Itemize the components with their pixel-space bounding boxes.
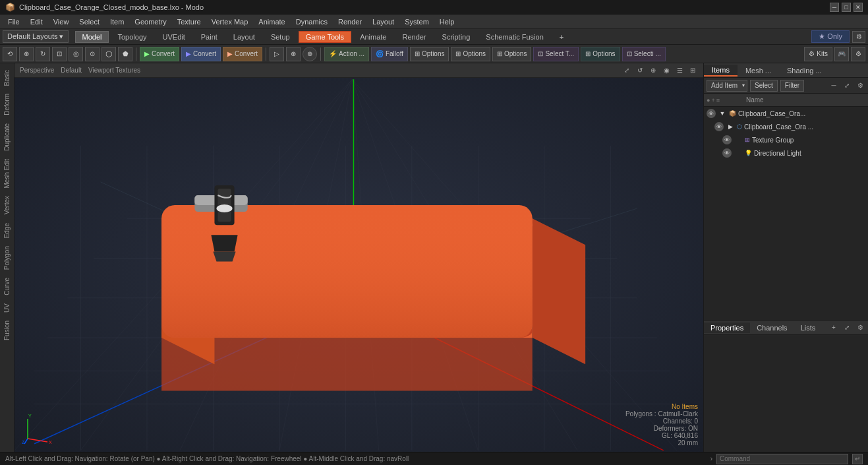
menu-vertexmap[interactable]: Vertex Map: [206, 16, 254, 27]
expand-icon-root[interactable]: ▼: [717, 108, 728, 119]
tab-items[interactable]: Items: [704, 65, 738, 77]
options-button4[interactable]: ⊞ Options: [581, 47, 620, 61]
tool-basic5[interactable]: ◎: [69, 47, 83, 61]
eye-icon-light[interactable]: 👁: [722, 148, 732, 158]
settings-icon[interactable]: ⚙: [852, 31, 865, 43]
tab-setup[interactable]: Setup: [264, 31, 297, 43]
tab-scripting[interactable]: Scripting: [435, 31, 478, 43]
tab-animate[interactable]: Animate: [353, 31, 393, 43]
kits-button[interactable]: ⚙ Kits: [804, 47, 832, 61]
tab-schematic[interactable]: Schematic Fusion: [478, 31, 550, 43]
selecti-button[interactable]: ⊡ Selecti ...: [622, 47, 666, 61]
sidebar-item-basic[interactable]: Basic: [2, 66, 12, 90]
tool-basic1[interactable]: ⟲: [3, 47, 17, 61]
tree-item-light[interactable]: 👁 ▶ 💡 Directional Light: [720, 146, 868, 160]
tool-basic3[interactable]: ↻: [36, 47, 50, 61]
sidebar-item-deform[interactable]: Deform: [2, 90, 12, 119]
items-tree[interactable]: 👁 ▼ 📦 Clipboard_Case_Ora... 👁 ▶ ⬡ Clipbo…: [704, 107, 868, 320]
tool-plus2[interactable]: ⊕: [303, 47, 317, 61]
expand-icon-light[interactable]: ▶: [733, 148, 743, 158]
tab-gametools[interactable]: Game Tools: [299, 31, 352, 43]
sidebar-item-fusion[interactable]: Fusion: [2, 317, 12, 344]
menu-animate[interactable]: Animate: [253, 16, 290, 27]
prop-plus-icon[interactable]: +: [828, 323, 839, 333]
sidebar-item-duplicate[interactable]: Duplicate: [2, 119, 12, 155]
eye-icon-root[interactable]: 👁: [707, 109, 716, 118]
tab-add[interactable]: +: [552, 31, 571, 43]
expand-icon-mesh[interactable]: ▶: [725, 121, 736, 132]
prop-settings-icon[interactable]: ⚙: [855, 323, 865, 333]
items-settings-icon[interactable]: ⚙: [855, 80, 865, 91]
eye-icon-mesh[interactable]: 👁: [714, 122, 724, 131]
tab-uvedit[interactable]: UVEdit: [156, 31, 192, 43]
close-button[interactable]: ✕: [854, 3, 863, 12]
viewport-icon3[interactable]: ⊕: [648, 65, 658, 76]
menu-view[interactable]: View: [48, 16, 74, 27]
filter-button[interactable]: Filter: [780, 80, 804, 92]
command-input[interactable]: [716, 454, 848, 464]
menu-file[interactable]: File: [3, 16, 25, 27]
menu-edit[interactable]: Edit: [25, 16, 48, 27]
action-button[interactable]: ⚡ Action ...: [324, 47, 369, 61]
tool-basic4[interactable]: ⊡: [52, 47, 67, 61]
tab-layout[interactable]: Layout: [226, 31, 262, 43]
tool-basic7[interactable]: ⬡: [101, 47, 116, 61]
tool-basic2[interactable]: ⊕: [19, 47, 34, 61]
tool-basic6[interactable]: ⊙: [85, 47, 100, 61]
viewport-icon1[interactable]: ⤢: [622, 65, 632, 76]
select-button[interactable]: Select: [750, 80, 778, 92]
viewport-icon6[interactable]: ⊞: [687, 65, 698, 76]
falloff-button[interactable]: 🌀 Falloff: [371, 47, 408, 61]
menu-item[interactable]: Item: [105, 16, 129, 27]
menu-layout[interactable]: Layout: [367, 16, 399, 27]
sidebar-item-uv[interactable]: UV: [2, 299, 12, 317]
menu-geometry[interactable]: Geometry: [129, 16, 171, 27]
tab-render[interactable]: Render: [395, 31, 433, 43]
minimize-button[interactable]: ─: [830, 3, 839, 12]
sidebar-item-vertex[interactable]: Vertex: [2, 192, 12, 218]
layout-dropdown[interactable]: Default Layouts ▾: [3, 30, 69, 43]
sidebar-item-polygon[interactable]: Polygon: [2, 242, 12, 274]
convert-orange-button[interactable]: ▶ Convert: [223, 47, 262, 61]
select-t-button[interactable]: ⊡ Select T...: [533, 47, 579, 61]
only-button[interactable]: ★ Only: [811, 30, 850, 43]
gamepad-icon[interactable]: 🎮: [834, 47, 849, 61]
tab-mesh[interactable]: Mesh ...: [738, 65, 779, 76]
tab-model[interactable]: Model: [75, 31, 109, 43]
sidebar-item-edge[interactable]: Edge: [2, 219, 12, 242]
viewport-icon2[interactable]: ↺: [635, 65, 645, 76]
tool-play[interactable]: ▷: [270, 47, 284, 61]
items-minus-icon[interactable]: ─: [828, 80, 839, 91]
viewport-icon5[interactable]: ☰: [674, 65, 685, 76]
tab-lists[interactable]: Lists: [794, 323, 823, 333]
options-button2[interactable]: ⊞ Options: [451, 47, 490, 61]
tool-plus1[interactable]: ⊕: [286, 47, 301, 61]
tab-topology[interactable]: Topology: [110, 31, 154, 43]
eye-icon-texture[interactable]: 👁: [722, 135, 732, 144]
settings-icon2[interactable]: ⚙: [851, 47, 865, 61]
menu-select[interactable]: Select: [74, 16, 105, 27]
menu-help[interactable]: Help: [434, 16, 460, 27]
tab-shading[interactable]: Shading ...: [779, 65, 830, 76]
convert-blue-button[interactable]: ▶ Convert: [181, 47, 221, 61]
tree-item-root[interactable]: 👁 ▼ 📦 Clipboard_Case_Ora...: [704, 107, 868, 120]
tab-paint[interactable]: Paint: [194, 31, 225, 43]
items-expand-icon[interactable]: ⤢: [842, 80, 852, 91]
tab-properties[interactable]: Properties: [704, 323, 750, 333]
tree-item-mesh[interactable]: 👁 ▶ ⬡ Clipboard_Case_Ora ...: [712, 120, 868, 133]
prop-expand-icon[interactable]: ⤢: [842, 323, 852, 333]
tool-basic8[interactable]: ⬟: [118, 47, 132, 61]
viewport-canvas[interactable]: No Items Polygons : Catmull-Clark Channe…: [14, 78, 703, 452]
menu-dynamics[interactable]: Dynamics: [291, 16, 333, 27]
statusbar-arrow[interactable]: ›: [710, 455, 712, 462]
maximize-button[interactable]: □: [842, 3, 851, 12]
convert-green-button[interactable]: ▶ Convert: [140, 47, 179, 61]
menu-texture[interactable]: Texture: [172, 16, 206, 27]
options-button3[interactable]: ⊞ Options: [492, 47, 531, 61]
command-icon[interactable]: ↵: [852, 454, 863, 464]
tab-channels[interactable]: Channels: [750, 323, 794, 333]
viewport[interactable]: Perspective Default Viewport Textures ⤢ …: [14, 63, 703, 452]
tree-item-texture[interactable]: 👁 ▶ ⊞ Texture Group: [720, 133, 868, 146]
titlebar-controls[interactable]: ─ □ ✕: [830, 3, 863, 12]
add-item-button[interactable]: Add Item: [707, 80, 747, 92]
